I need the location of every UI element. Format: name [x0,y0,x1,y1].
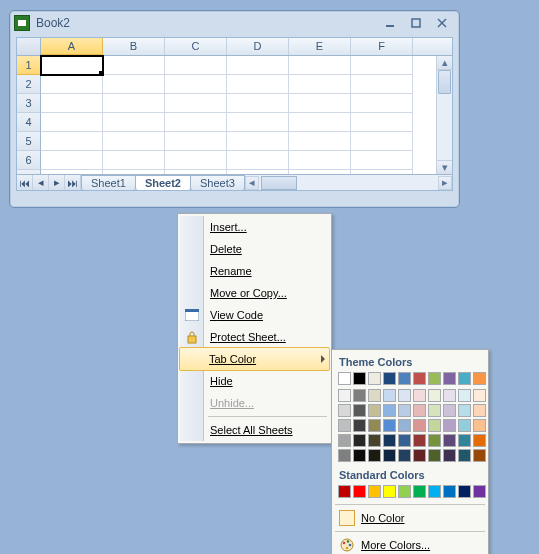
row-header-1[interactable]: 1 [17,56,41,75]
row-header-5[interactable]: 5 [17,132,41,151]
last-sheet-button[interactable]: ⏭ [65,175,81,190]
color-swatch[interactable] [458,419,471,432]
color-swatch[interactable] [383,372,396,385]
color-swatch[interactable] [338,434,351,447]
color-swatch[interactable] [428,485,441,498]
cell[interactable] [289,113,351,132]
sheet-tab-2[interactable]: Sheet2 [135,175,191,190]
cell[interactable] [227,132,289,151]
color-swatch[interactable] [338,419,351,432]
cell[interactable] [289,75,351,94]
cell[interactable] [227,75,289,94]
color-swatch[interactable] [428,372,441,385]
color-swatch[interactable] [368,404,381,417]
color-swatch[interactable] [413,485,426,498]
cell[interactable] [165,132,227,151]
prev-sheet-button[interactable]: ◂ [33,175,49,190]
color-swatch[interactable] [338,404,351,417]
color-swatch[interactable] [383,389,396,402]
cell[interactable] [227,151,289,170]
color-swatch[interactable] [368,419,381,432]
color-swatch[interactable] [443,434,456,447]
menu-item-insert[interactable]: Insert... [180,216,329,238]
hscroll-thumb[interactable] [261,176,297,190]
cell[interactable] [103,151,165,170]
color-swatch[interactable] [443,419,456,432]
color-swatch[interactable] [383,419,396,432]
color-swatch[interactable] [443,389,456,402]
cell[interactable] [103,132,165,151]
color-swatch[interactable] [443,449,456,462]
select-all-corner[interactable] [17,38,41,55]
cell[interactable] [227,56,289,75]
color-swatch[interactable] [353,389,366,402]
color-swatch[interactable] [413,372,426,385]
color-swatch[interactable] [473,434,486,447]
cell[interactable] [41,94,103,113]
color-swatch[interactable] [473,389,486,402]
color-swatch[interactable] [473,404,486,417]
color-swatch[interactable] [428,404,441,417]
cell[interactable] [351,75,413,94]
sheet-tab-3[interactable]: Sheet3 [190,175,245,190]
color-swatch[interactable] [428,434,441,447]
menu-item-tab-color[interactable]: Tab Color [179,347,330,371]
color-swatch[interactable] [458,389,471,402]
cell[interactable] [351,151,413,170]
first-sheet-button[interactable]: ⏮ [17,175,33,190]
cell[interactable] [103,75,165,94]
color-swatch[interactable] [383,485,396,498]
cell[interactable] [165,56,227,75]
cell[interactable] [103,113,165,132]
cell[interactable] [41,132,103,151]
color-swatch[interactable] [353,449,366,462]
row-header-4[interactable]: 4 [17,113,41,132]
color-swatch[interactable] [413,389,426,402]
cell[interactable] [289,151,351,170]
col-header-A[interactable]: A [41,38,103,55]
color-swatch[interactable] [353,372,366,385]
menu-item-move-or-copy[interactable]: Move or Copy... [180,282,329,304]
color-swatch[interactable] [353,404,366,417]
color-swatch[interactable] [338,389,351,402]
maximize-button[interactable] [407,15,425,31]
col-header-F[interactable]: F [351,38,413,55]
cell[interactable] [351,132,413,151]
color-swatch[interactable] [473,419,486,432]
color-swatch[interactable] [473,449,486,462]
color-swatch[interactable] [383,404,396,417]
color-swatch[interactable] [458,404,471,417]
color-swatch[interactable] [458,485,471,498]
cell[interactable] [165,113,227,132]
scroll-left-button[interactable]: ◂ [245,176,259,190]
cell[interactable] [41,151,103,170]
color-swatch[interactable] [398,434,411,447]
color-swatch[interactable] [398,419,411,432]
menu-item-rename[interactable]: Rename [180,260,329,282]
color-swatch[interactable] [398,404,411,417]
cell[interactable] [165,75,227,94]
color-swatch[interactable] [353,434,366,447]
color-swatch[interactable] [473,485,486,498]
col-header-E[interactable]: E [289,38,351,55]
color-swatch[interactable] [338,449,351,462]
next-sheet-button[interactable]: ▸ [49,175,65,190]
cell[interactable] [227,94,289,113]
menu-item-hide[interactable]: Hide [180,370,329,392]
cell[interactable] [41,75,103,94]
row-header-2[interactable]: 2 [17,75,41,94]
cell[interactable] [165,151,227,170]
cell[interactable] [351,94,413,113]
cell[interactable] [289,56,351,75]
color-swatch[interactable] [398,372,411,385]
cell[interactable] [103,94,165,113]
scroll-thumb[interactable] [438,70,451,94]
spreadsheet-grid[interactable]: A B C D E F 1 2 3 4 5 6 7 ▴ ▾ ⏮ ◂ ▸ ⏭ [16,37,453,191]
cell[interactable] [289,132,351,151]
color-swatch[interactable] [398,449,411,462]
color-swatch[interactable] [428,449,441,462]
color-swatch[interactable] [473,372,486,385]
cell[interactable] [103,56,165,75]
cell[interactable] [351,113,413,132]
color-swatch[interactable] [368,389,381,402]
